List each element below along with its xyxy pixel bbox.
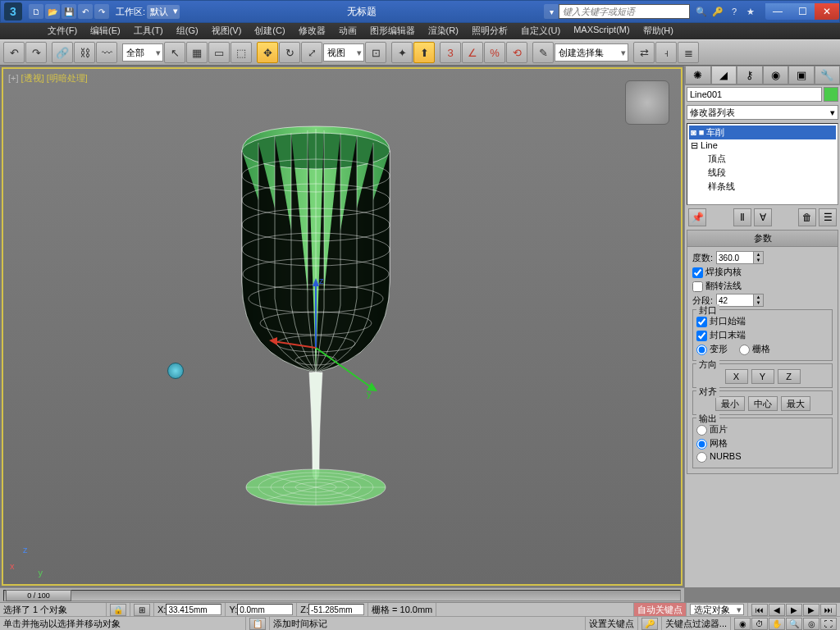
unlink-button[interactable]: ⛓ [74,42,95,63]
script-listener-icon[interactable]: 📋 [249,618,266,630]
axis-y-button[interactable]: Y [751,369,774,384]
flip-normals-checkbox[interactable]: 翻转法线 [692,280,742,292]
tab-create[interactable]: ✺ [685,66,711,84]
menu-customize[interactable]: 自定义(U) [514,23,567,39]
key-mode-icon[interactable]: 🔑 [641,618,658,630]
bind-button[interactable]: 〰 [96,42,117,63]
time-slider[interactable]: 0 / 100 [0,587,684,602]
binoculars-icon[interactable]: 🔍 [695,5,708,18]
menu-maxscript[interactable]: MAXScript(M) [567,23,636,39]
key-icon[interactable]: 🔑 [711,5,724,18]
coord-x-input[interactable] [166,604,221,615]
align-center-button[interactable]: 中心 [748,396,778,411]
goto-start-button[interactable]: ⏮ [751,604,768,616]
coord-z-input[interactable] [308,604,364,615]
modifier-stack[interactable]: ◙ ■ 车削 ⊟ Line 顶点 线段 样条线 [687,123,838,205]
named-selection-dropdown[interactable]: 创建选择集 [555,43,628,62]
edit-selection-button[interactable]: ✎ [532,42,554,63]
app-icon[interactable]: 3 [4,2,22,21]
manipulate-button[interactable]: ✦ [391,42,413,63]
configure-sets-button[interactable]: ☰ [819,208,837,226]
menu-graph[interactable]: 图形编辑器 [363,23,422,39]
zoom-button[interactable]: 🔍 [786,618,802,630]
morph-radio[interactable]: 变形 [696,343,728,355]
isolate-button[interactable]: ◉ [734,618,751,630]
output-nurbs-radio[interactable]: NURBS [696,451,742,463]
add-time-tag[interactable]: 添加时间标记 [270,617,586,630]
show-end-result-button[interactable]: Ⅱ [733,208,751,226]
menu-create[interactable]: 创建(C) [248,23,291,39]
lock-selection-icon[interactable]: 🔒 [110,604,126,616]
max-viewport-button[interactable]: ⛶ [820,618,837,630]
search-input[interactable] [559,4,690,19]
pan-view-button[interactable]: ✋ [769,618,785,630]
menu-animation[interactable]: 动画 [332,23,363,39]
spinner-snap-button[interactable]: ⟲ [506,42,527,63]
new-icon[interactable]: 🗋 [29,4,43,19]
ref-coord-dropdown[interactable]: 视图 [323,43,364,62]
menu-edit[interactable]: 编辑(E) [84,23,127,39]
select-button[interactable]: ↖ [164,42,185,63]
cap-end-checkbox[interactable]: 封口末端 [696,329,746,341]
model-wineglass[interactable]: z y [152,102,480,561]
close-button[interactable]: ✕ [815,3,839,20]
stack-item-vertex[interactable]: 顶点 [689,152,836,166]
play-button[interactable]: ▶ [786,604,802,616]
setkey-button[interactable]: 设置关键点 [586,617,638,630]
tab-hierarchy[interactable]: ⚷ [737,66,763,84]
output-patch-radio[interactable]: 面片 [696,423,728,436]
undo-button[interactable]: ↶ [3,42,25,63]
select-rect-button[interactable]: ▭ [208,42,230,63]
snap-button[interactable]: 3 [440,42,461,63]
remove-modifier-button[interactable]: 🗑 [798,208,816,226]
layers-button[interactable]: ≣ [678,42,699,63]
align-button[interactable]: ⫞ [655,42,677,63]
tab-display[interactable]: ▣ [788,66,815,84]
viewcube[interactable] [625,80,669,125]
maximize-button[interactable]: ☐ [790,3,815,20]
workspace-dropdown[interactable]: 默认 [147,5,180,19]
align-max-button[interactable]: 最大 [781,396,810,411]
time-slider-handle[interactable]: 0 / 100 [6,590,71,601]
object-name-input[interactable] [687,87,822,102]
key-filter-dropdown[interactable]: 选定对象 [690,604,744,615]
select-name-button[interactable]: ▦ [186,42,208,63]
menu-file[interactable]: 文件(F) [41,23,84,39]
stack-item-segment[interactable]: 线段 [689,166,836,180]
make-unique-button[interactable]: ∀ [754,208,772,226]
goto-end-button[interactable]: ⏭ [820,604,837,616]
stack-item-spline[interactable]: 样条线 [689,180,836,194]
move-button[interactable]: ✥ [257,42,278,63]
grid-radio[interactable]: 栅格 [739,343,770,355]
autokey-button[interactable]: 自动关键点 [634,603,687,616]
open-icon[interactable]: 📂 [45,4,60,19]
scale-button[interactable]: ⤢ [301,42,322,63]
degrees-spinner[interactable]: ▲▼ [716,251,764,264]
object-color-swatch[interactable] [824,87,838,102]
cap-start-checkbox[interactable]: 封口始端 [696,315,746,327]
percent-snap-button[interactable]: % [484,42,505,63]
time-config-button[interactable]: ⏱ [751,618,768,630]
absolute-mode-icon[interactable]: ⊞ [134,604,150,616]
axis-z-button[interactable]: Z [778,369,801,384]
help-icon[interactable]: ? [728,5,741,18]
pivot-button[interactable]: ⊡ [365,42,386,63]
stack-item-lathe[interactable]: ◙ ■ 车削 [689,126,836,139]
tab-utilities[interactable]: 🔧 [815,66,841,84]
redo-button[interactable]: ↷ [25,42,47,63]
menu-render[interactable]: 渲染(R) [422,23,465,39]
tab-modify[interactable]: ◢ [711,66,737,84]
segments-spinner[interactable]: ▲▼ [716,294,764,307]
menu-help[interactable]: 帮助(H) [637,23,680,39]
pin-stack-button[interactable]: 📌 [688,208,706,226]
redo-icon[interactable]: ↷ [94,4,109,19]
modifier-list-dropdown[interactable]: 修改器列表 [687,105,838,120]
next-frame-button[interactable]: ▶ [803,604,819,616]
rotate-button[interactable]: ↻ [279,42,300,63]
minimize-button[interactable]: — [765,3,790,20]
title-dropdown-icon[interactable]: ▾ [544,4,559,19]
keyboard-shortcut-button[interactable]: ⬆ [413,42,435,63]
angle-snap-button[interactable]: ∠ [462,42,483,63]
window-crossing-button[interactable]: ⬚ [231,42,252,63]
menu-views[interactable]: 视图(V) [205,23,249,39]
